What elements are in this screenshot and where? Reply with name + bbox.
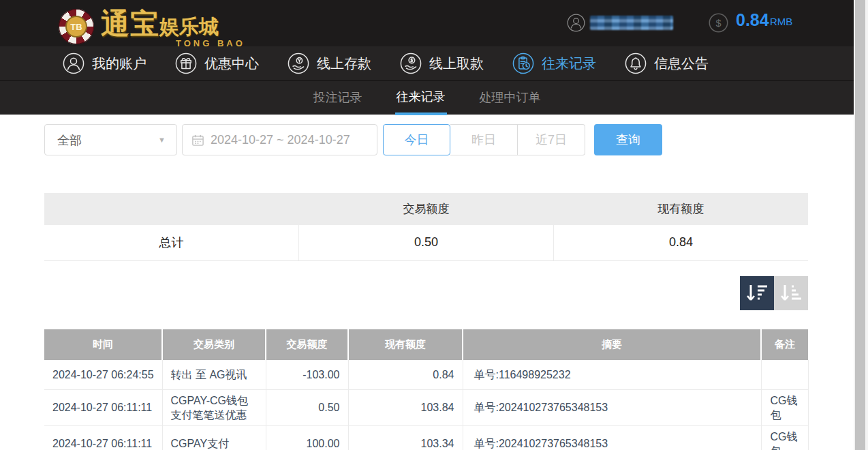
date-range-input[interactable]: 2024-10-27 ~ 2024-10-27: [182, 124, 377, 155]
svg-text:$: $: [715, 18, 721, 29]
col-header-amount: 交易额度: [266, 329, 348, 360]
sort-controls: [740, 276, 808, 310]
top-header: TB 通宝 娱乐城 TONG BAO $ 0.84 RMB: [0, 0, 854, 46]
nav-item-promotions[interactable]: 优惠中心: [175, 52, 259, 74]
cell-time: 2024-10-27 06:11:11: [44, 425, 162, 450]
search-button[interactable]: 查询: [594, 124, 662, 155]
tab-transaction-records[interactable]: 往来记录: [395, 81, 447, 115]
sort-ascending-button[interactable]: [774, 276, 808, 310]
cell-note: [761, 360, 808, 389]
deposit-icon: [288, 52, 309, 74]
username-redacted: [590, 16, 673, 30]
records-icon: [512, 52, 534, 74]
col-header-time: 时间: [44, 329, 162, 360]
date-range-value: 2024-10-27 ~ 2024-10-27: [211, 133, 350, 147]
summary-header-row: 交易额度 现有额度: [44, 193, 808, 225]
record-tabs: 投注记录 往来记录 处理中订单: [0, 80, 854, 115]
bell-icon: [625, 52, 647, 74]
user-icon: [63, 52, 84, 74]
cell-type: 转出 至 AG视讯: [162, 360, 266, 389]
sort-descending-button[interactable]: [740, 276, 774, 310]
balance-amount: 0.84: [736, 10, 769, 30]
cell-balance: 0.84: [348, 360, 463, 389]
cell-amount: -103.00: [266, 360, 348, 389]
cell-time: 2024-10-27 06:11:11: [44, 389, 162, 425]
cell-summary: 单号:202410273765348153: [463, 425, 761, 450]
summary-total-label: 总计: [44, 225, 299, 260]
cell-amount: 100.00: [266, 425, 348, 450]
account-user-icon: [567, 14, 585, 35]
records-table: 时间 交易类别 交易额度 现有额度 摘要 备注 2024-10-27 06:24…: [44, 329, 809, 450]
logo-title-rest: 娱乐城: [159, 14, 219, 41]
cell-summary: 单号:202410273765348153: [463, 389, 761, 425]
nav-item-withdraw[interactable]: 线上取款: [400, 52, 484, 74]
summary-table: 交易额度 现有额度 总计 0.50 0.84: [44, 193, 808, 261]
nav-item-transactions[interactable]: 往来记录: [512, 52, 596, 74]
sort-descending-icon: [740, 276, 774, 310]
table-row: 2024-10-27 06:11:11 CGPAY-CG钱包支付笔笔送优惠 0.…: [44, 389, 808, 425]
summary-total-amount: 0.50: [299, 225, 554, 260]
records-header-row: 时间 交易类别 交易额度 现有额度 摘要 备注: [44, 329, 808, 360]
summary-header-empty: [44, 193, 299, 225]
main-nav: 我的账户 优惠中心 线上存款: [0, 46, 854, 80]
casino-chip-icon: TB: [59, 9, 94, 44]
cell-note: CG钱包: [761, 425, 808, 450]
col-header-note: 备注: [761, 329, 808, 360]
summary-header-balance: 现有额度: [553, 193, 808, 225]
page: TB 通宝 娱乐城 TONG BAO $ 0.84 RMB: [0, 0, 868, 450]
table-row: 2024-10-27 06:24:55 转出 至 AG视讯 -103.00 0.…: [44, 360, 808, 389]
scrollbar-thumb[interactable]: [855, 0, 865, 450]
col-header-type: 交易类别: [162, 329, 266, 360]
chevron-down-icon: ▼: [158, 136, 166, 144]
site-logo[interactable]: TB 通宝 娱乐城 TONG BAO: [59, 5, 245, 48]
cell-type: CGPAY-CG钱包支付笔笔送优惠: [162, 389, 266, 425]
summary-header-amount: 交易额度: [299, 193, 554, 225]
cell-balance: 103.84: [348, 389, 463, 425]
dollar-icon: $: [709, 13, 728, 35]
col-header-balance: 现有额度: [348, 329, 463, 360]
cell-balance: 103.34: [348, 425, 463, 450]
yesterday-button[interactable]: 昨日: [450, 124, 518, 155]
chip-label: TB: [65, 16, 87, 38]
logo-title-main: 通宝: [101, 5, 159, 43]
cell-type: CGPAY支付: [162, 425, 266, 450]
scrollbar-track: [854, 0, 868, 450]
cell-summary: 单号:116498925232: [463, 360, 761, 389]
summary-total-balance: 0.84: [553, 225, 808, 260]
sort-ascending-icon: [774, 276, 808, 310]
cell-note: CG钱包: [761, 389, 808, 425]
summary-total-row: 总计 0.50 0.84: [44, 225, 808, 260]
nav-item-announcements[interactable]: 信息公告: [625, 52, 709, 74]
tab-pending-orders[interactable]: 处理中订单: [478, 81, 542, 115]
withdraw-icon: [400, 52, 422, 74]
type-select[interactable]: 全部 ▼: [44, 124, 177, 155]
cell-amount: 0.50: [266, 389, 348, 425]
calendar-icon: [191, 134, 204, 147]
table-row: 2024-10-27 06:11:11 CGPAY支付 100.00 103.3…: [44, 425, 808, 450]
nav-item-deposit[interactable]: 线上存款: [288, 52, 371, 74]
gift-icon: [175, 52, 197, 74]
type-select-value: 全部: [57, 132, 82, 149]
nav-item-my-account[interactable]: 我的账户: [63, 52, 146, 74]
quick-date-buttons: 今日 昨日 近7日: [383, 124, 585, 155]
tab-betting-records[interactable]: 投注记录: [312, 81, 364, 115]
today-button[interactable]: 今日: [383, 124, 450, 155]
balance-currency: RMB: [770, 16, 792, 27]
last7days-button[interactable]: 近7日: [518, 124, 585, 155]
cell-time: 2024-10-27 06:24:55: [44, 360, 162, 389]
col-header-summary: 摘要: [463, 329, 761, 360]
